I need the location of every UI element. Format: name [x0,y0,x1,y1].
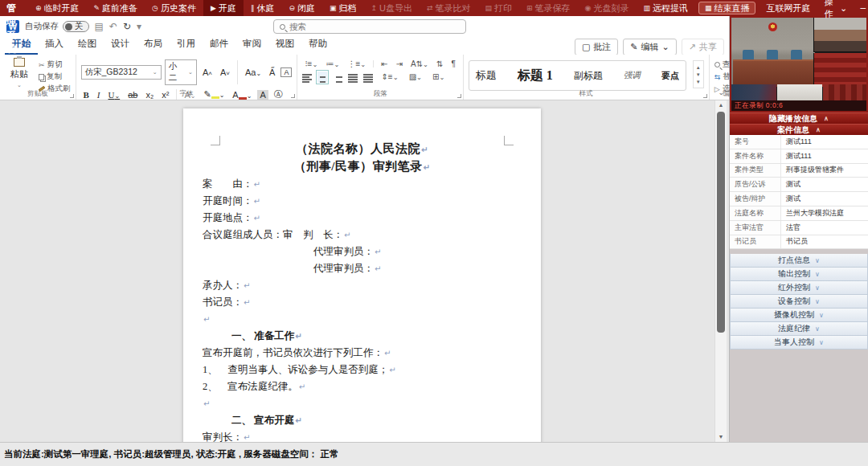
chevron-down-icon: ∨ [815,257,820,264]
multilevel-list-button[interactable]: ⋮≡⌄ [345,59,368,68]
status-bar: 当前法庭:测试第一审理庭, 书记员:超级管理员, 状态:开庭 , 服务器磁盘空间… [0,442,868,466]
accordion-section[interactable]: 法庭纪律 ∨ [730,322,868,336]
shading-button[interactable]: ▨⌄ [407,72,424,81]
copy-button[interactable]: 复制 [39,72,71,82]
font-size-select[interactable]: 小二 ⌄ [165,59,197,85]
menu-item-icon: ✎ [94,4,100,12]
topbar-menu-item[interactable]: ▥ 远程提讯 [636,0,695,16]
ribbon-tab[interactable]: 帮助 [301,35,334,55]
share-button[interactable]: ↗ 共享 [682,39,724,55]
shrink-font-button[interactable]: A˅ [218,67,232,77]
case-info-table: 案号 测试111 案件名称 测试111 案件类型 刑事提级管辖案件 原告/公诉 … [730,135,868,249]
ribbon-tab[interactable]: 绘图 [71,35,104,55]
case-field-label: 主审法官 [730,221,781,235]
autosave-control[interactable]: 自动保存 关 [25,21,89,32]
topbar-menu-item[interactable]: ◉ 光盘刻录 [578,0,637,16]
topbar-menu: ⊕ 临时开庭 ✎ 庭前准备 ◷ 历史案件 ▶ 开庭 ∥ 休庭 ⊖ 闭庭 ▣ 归档 [28,0,817,16]
accordion-section[interactable]: 输出控制 ∨ [730,268,868,281]
topbar-menu-item[interactable]: ⊖ 闭庭 [281,0,322,16]
topbar-menu-item[interactable]: ↥ U盘导出 [363,0,420,16]
accordion-section[interactable]: 打点信息 ∨ [730,254,868,268]
operate-dropdown[interactable]: 操作 ⌄ [817,0,854,20]
ribbon-tab[interactable]: 审阅 [235,35,268,55]
scroll-up-icon[interactable]: ▲ [715,100,727,110]
topbar-menu-item[interactable]: ◷ 历史案件 [145,0,203,16]
redo-icon[interactable]: ↻ [123,21,131,32]
grow-font-button[interactable]: A˄ [200,67,215,77]
topbar-menu-item[interactable]: ▤ 打印 [477,0,519,16]
numbering-button[interactable]: ≔⌄ [323,59,342,68]
distribute-button[interactable] [363,72,373,83]
gallery-up-icon[interactable]: ▲ [694,64,703,71]
dialog-launcher-icon[interactable] [291,94,295,98]
line-spacing-button[interactable]: ⇕≡⌄ [379,72,400,81]
video-monitor: 正在录制 0:0:6 [730,16,868,112]
search-box[interactable] [273,19,466,34]
align-right-button[interactable] [333,72,342,83]
paste-button[interactable]: 粘贴 ⌄ [5,58,34,88]
dialog-launcher-icon[interactable] [457,94,461,98]
style-item[interactable]: 标题 1 [518,67,553,84]
increase-indent-button[interactable]: ⇥ [394,59,405,68]
ribbon-tab[interactable]: 布局 [137,35,170,55]
font-name-select[interactable]: 仿宋_GB2312 ⌄ [81,65,162,80]
case-info-bar[interactable]: 案件信息 ∧ [730,124,868,135]
change-case-button[interactable]: Aa⌄ [243,67,264,77]
accordion-section[interactable]: 红外控制 ∨ [730,281,868,295]
menu-item-label: 开庭 [219,2,236,14]
phonetic-guide-button[interactable]: A̋ [267,67,277,77]
gallery-down-icon[interactable]: ▼ [694,72,703,78]
ribbon-tab[interactable]: 插入 [38,35,71,55]
document-scrollbar[interactable]: ▲ ▼ [714,100,727,442]
scroll-down-icon[interactable]: ▼ [715,432,727,442]
character-border-button[interactable]: A [280,67,292,77]
cut-button[interactable]: ✂ 剪切 [39,59,71,70]
dialog-launcher-icon[interactable] [70,94,74,98]
asian-layout-button[interactable]: A⇅⌄ [408,59,431,68]
topbar-menu-item[interactable]: ⊕ 临时开庭 [28,0,87,16]
topbar-menu-item[interactable]: ∥ 休庭 [244,0,282,16]
show-marks-button[interactable]: ¶ [448,59,457,68]
bullets-button[interactable]: ⁝≡⌄ [302,59,320,68]
ribbon-tab[interactable]: 邮件 [203,35,235,55]
justify-button[interactable] [348,72,358,83]
topbar-menu-item[interactable]: ✎ 庭前准备 [87,0,145,16]
accordion-section[interactable]: 摄像机控制 ∨ [730,309,868,322]
decrease-indent-button[interactable]: ⇤ [379,59,390,68]
borders-button[interactable]: ⊞⌄ [430,72,447,81]
quick-access-more-icon[interactable]: ▾ [137,21,141,32]
style-item[interactable]: 要点 [661,70,679,82]
ribbon-tab[interactable]: 引用 [170,35,203,55]
ribbon-tab[interactable]: 视图 [268,35,301,55]
topbar-menu-item[interactable]: ▦ 结束直播 [698,2,756,14]
hide-playback-info-bar[interactable]: 隐藏播放信息 ∧ [730,112,868,124]
style-item[interactable]: 标题 [476,68,497,83]
topbar-menu-item[interactable]: ▣ 归档 [322,0,364,16]
scrollbar-thumb[interactable] [717,112,725,333]
search-input[interactable] [289,22,434,31]
autosave-toggle[interactable]: 关 [63,21,89,32]
accordion-section[interactable]: 当事人控制 ∨ [730,336,868,350]
style-item[interactable]: 副标题 [574,69,603,83]
gallery-more-icon[interactable]: ▼ [694,79,703,85]
topbar-menu-item[interactable]: ⊞ 笔录保存 [519,0,578,16]
collapse-ribbon-icon[interactable]: ⌄ [718,88,724,96]
ribbon-tab[interactable]: 设计 [104,35,137,55]
align-center-button[interactable] [317,72,327,83]
save-icon[interactable]: ▤ [95,21,104,32]
comments-button[interactable]: ▢ 批注 [575,39,618,55]
dialog-launcher-icon[interactable] [703,94,707,98]
sort-button[interactable]: ⇅ [434,59,445,68]
editing-mode-button[interactable]: ✎ 编辑 ⌄ [623,39,676,55]
topbar-menu-item[interactable]: 互联网开庭 [759,0,817,16]
minimize-button[interactable]: – [857,2,868,14]
case-field-value: 测试111 [781,151,868,161]
align-left-button[interactable] [302,72,312,83]
style-item[interactable]: 强调 [624,70,641,81]
document-page[interactable]: （法院名称）人民法院↵（刑事/民事）审判笔录↵案 由：↵开庭时间：↵开庭地点：↵… [183,108,541,442]
accordion-section[interactable]: 设备控制 ∨ [730,295,868,309]
topbar-menu-item[interactable]: ▶ 开庭 [203,0,244,16]
topbar-menu-item[interactable]: ⇄ 笔录比对 [420,0,478,16]
case-field-label: 法庭名称 [730,206,781,220]
undo-icon[interactable]: ↶ [109,21,117,32]
